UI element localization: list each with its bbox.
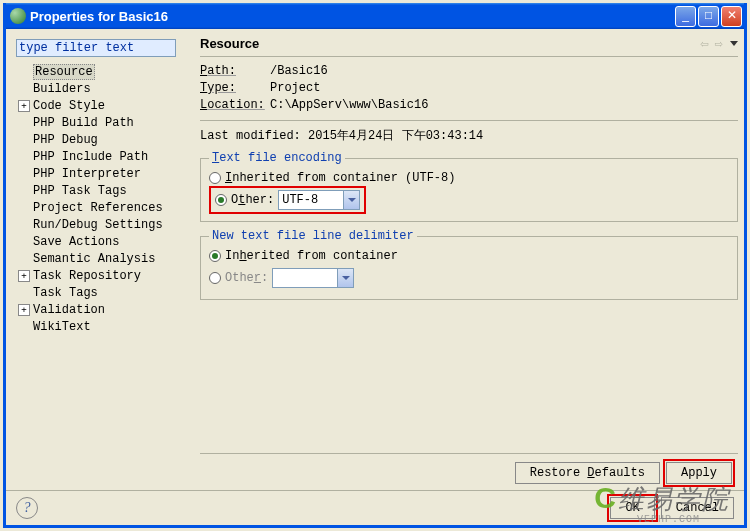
tree-item-label: PHP Include Path [33, 150, 148, 164]
tree-item-label: Run/Debug Settings [33, 218, 163, 232]
encoding-group: Text file encoding Inherited from contai… [200, 158, 738, 222]
type-value: Project [270, 80, 320, 97]
delimiter-other-label: Other: [225, 271, 268, 285]
tree-item-php-task-tags[interactable]: PHP Task Tags [18, 182, 194, 199]
tree-item-label: Task Tags [33, 286, 98, 300]
last-modified-label: Last modified: [200, 129, 301, 143]
maximize-button[interactable]: □ [698, 6, 719, 27]
sidebar: ResourceBuilders+Code StylePHP Build Pat… [12, 35, 194, 484]
encoding-inherited-label: Inherited from container (UTF-8) [225, 171, 455, 185]
apply-button[interactable]: Apply [666, 462, 732, 484]
path-label: Path: [200, 63, 270, 80]
encoding-inherited-radio[interactable] [209, 172, 221, 184]
tree-item-label: Code Style [33, 99, 105, 113]
tree-item-task-tags[interactable]: Task Tags [18, 284, 194, 301]
nav-back-icon[interactable]: ⇦ [700, 35, 708, 52]
tree-item-php-include-path[interactable]: PHP Include Path [18, 148, 194, 165]
tree-item-task-repository[interactable]: +Task Repository [18, 267, 194, 284]
nav-menu-icon[interactable] [730, 41, 738, 46]
encoding-combo[interactable]: UTF-8 [278, 190, 360, 210]
tree-item-label: Project References [33, 201, 163, 215]
tree-item-label: PHP Task Tags [33, 184, 127, 198]
help-icon[interactable]: ? [16, 497, 38, 519]
tree-item-label: PHP Build Path [33, 116, 134, 130]
tree-item-label: PHP Debug [33, 133, 98, 147]
location-label: Location: [200, 97, 270, 114]
tree-item-label: WikiText [33, 320, 91, 334]
nav-fwd-icon[interactable]: ⇨ [715, 35, 723, 52]
delimiter-legend: New text file line delimiter [209, 229, 417, 243]
delimiter-inherited-label: Inherited from container [225, 249, 398, 263]
tree-item-project-references[interactable]: Project References [18, 199, 194, 216]
page-title: Resource [200, 36, 697, 51]
encoding-other-radio[interactable] [215, 194, 227, 206]
encoding-other-label: Other: [231, 193, 274, 207]
app-icon [10, 8, 26, 24]
filter-input[interactable] [16, 39, 176, 57]
watermark-sub: VEPHP.COM [637, 514, 700, 525]
path-value: /Basic16 [270, 63, 328, 80]
encoding-other-highlight: Other: UTF-8 [209, 186, 366, 214]
tree-item-label: PHP Interpreter [33, 167, 141, 181]
restore-defaults-button[interactable]: Restore Defaults [515, 462, 660, 484]
delimiter-group: New text file line delimiter Inherited f… [200, 236, 738, 300]
tree-item-php-interpreter[interactable]: PHP Interpreter [18, 165, 194, 182]
tree-item-label: Semantic Analysis [33, 252, 155, 266]
tree-item-php-debug[interactable]: PHP Debug [18, 131, 194, 148]
last-modified-value: 2015年4月24日 下午03:43:14 [308, 129, 483, 143]
tree-item-label: Resource [33, 64, 95, 80]
delimiter-other-radio[interactable] [209, 272, 221, 284]
tree-expander-icon[interactable]: + [18, 304, 30, 316]
tree-item-wikitext[interactable]: WikiText [18, 318, 194, 335]
type-label: Type: [200, 80, 270, 97]
category-tree: ResourceBuilders+Code StylePHP Build Pat… [12, 63, 194, 484]
tree-item-semantic-analysis[interactable]: Semantic Analysis [18, 250, 194, 267]
location-value: C:\AppServ\www\Basic16 [270, 97, 428, 114]
tree-item-save-actions[interactable]: Save Actions [18, 233, 194, 250]
tree-item-label: Task Repository [33, 269, 141, 283]
chevron-down-icon [337, 269, 353, 287]
window-title: Properties for Basic16 [30, 9, 675, 24]
chevron-down-icon[interactable] [343, 191, 359, 209]
tree-item-label: Validation [33, 303, 105, 317]
tree-item-run-debug-settings[interactable]: Run/Debug Settings [18, 216, 194, 233]
tree-item-resource[interactable]: Resource [18, 63, 194, 80]
titlebar: Properties for Basic16 _ □ ✕ [6, 3, 744, 29]
tree-item-validation[interactable]: +Validation [18, 301, 194, 318]
close-button[interactable]: ✕ [721, 6, 742, 27]
encoding-combo-value: UTF-8 [279, 193, 343, 207]
tree-item-code-style[interactable]: +Code Style [18, 97, 194, 114]
encoding-legend: Text file encoding [209, 151, 345, 165]
tree-expander-icon[interactable]: + [18, 100, 30, 112]
tree-item-label: Save Actions [33, 235, 119, 249]
tree-item-builders[interactable]: Builders [18, 80, 194, 97]
delimiter-inherited-radio[interactable] [209, 250, 221, 262]
tree-item-php-build-path[interactable]: PHP Build Path [18, 114, 194, 131]
tree-item-label: Builders [33, 82, 91, 96]
delimiter-combo [272, 268, 354, 288]
minimize-button[interactable]: _ [675, 6, 696, 27]
tree-expander-icon[interactable]: + [18, 270, 30, 282]
